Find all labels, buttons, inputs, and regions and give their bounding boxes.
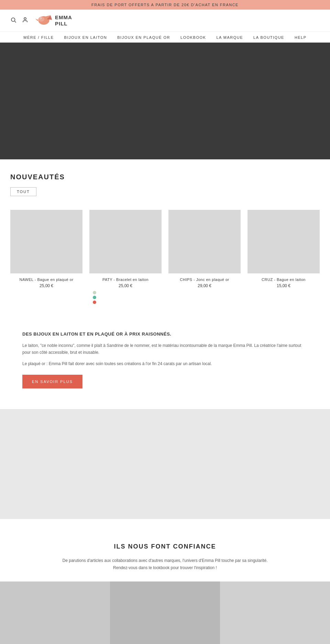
product-name: NAWEL - Bague en plaqué or — [10, 278, 82, 282]
product-name: PATY - Bracelet en laiton — [89, 278, 162, 282]
lookbook-image-3[interactable] — [220, 581, 330, 644]
lookbook-image-1[interactable] — [0, 581, 110, 644]
svg-point-7 — [41, 18, 41, 19]
lookbook-image-area — [0, 409, 330, 519]
product-name: CRUZ - Bague en laiton — [248, 278, 320, 282]
logo[interactable]: EMMA PILL — [35, 14, 72, 27]
logo-bird-icon — [35, 14, 52, 27]
product-price: 25,00 € — [89, 283, 162, 288]
nav-bijoux-laiton[interactable]: BIJOUX EN LAITON — [64, 35, 107, 39]
svg-line-1 — [15, 21, 16, 23]
svg-point-4 — [38, 17, 44, 22]
product-image — [89, 210, 162, 273]
product-card[interactable]: CRUZ - Bague en laiton 15,00 € — [248, 210, 320, 304]
product-image — [168, 210, 241, 273]
trust-title: ILS NOUS FONT CONFIANCE — [10, 543, 320, 550]
color-dot[interactable] — [93, 296, 96, 299]
logo-text: EMMA PILL — [55, 14, 72, 27]
svg-marker-5 — [35, 19, 38, 21]
search-icon[interactable] — [10, 17, 16, 24]
filter-tout-button[interactable]: TOUT — [10, 187, 36, 196]
color-dot[interactable] — [93, 291, 96, 294]
nav-bijoux-plaque-or[interactable]: BIJOUX EN PLAQUÉ OR — [117, 35, 170, 39]
product-price: 29,00 € — [168, 283, 241, 288]
nav-la-boutique[interactable]: LA BOUTIQUE — [253, 35, 284, 39]
en-savoir-plus-button[interactable]: EN SAVOIR PLUS — [22, 375, 82, 388]
header-icons — [10, 17, 28, 24]
nav-la-marque[interactable]: LA MARQUE — [216, 35, 243, 39]
info-section: DES BIJOUX EN LAITON ET EN PLAQUÉ OR À P… — [0, 314, 330, 402]
product-price: 25,00 € — [10, 283, 82, 288]
color-dot[interactable] — [93, 301, 96, 304]
product-price: 15,00 € — [248, 283, 320, 288]
product-name: CHIPS - Jonc en plaqué or — [168, 278, 241, 282]
product-image — [10, 210, 82, 273]
nouveautes-section: NOUVEAUTÉS TOUT — [0, 159, 330, 210]
product-image — [248, 210, 320, 273]
info-paragraph-1: Le laiton, "ce noble inconnu", comme il … — [22, 342, 308, 356]
top-banner: FRAIS DE PORT OFFERTS A PARTIR DE 20€ D'… — [0, 0, 330, 10]
info-title: DES BIJOUX EN LAITON ET EN PLAQUÉ OR À P… — [22, 331, 308, 337]
nav-help[interactable]: HELP — [295, 35, 307, 39]
nav-lookbook[interactable]: LOOKBOOK — [180, 35, 206, 39]
header: EMMA PILL — [0, 10, 330, 32]
nav-mere-fille[interactable]: MÈRE / FILLE — [23, 35, 54, 39]
products-grid: NAWEL - Bague en plaqué or 25,00 € PATY … — [0, 210, 330, 314]
svg-point-0 — [11, 18, 15, 22]
banner-text: FRAIS DE PORT OFFERTS A PARTIR DE 20€ D'… — [91, 3, 239, 7]
nouveautes-title: NOUVEAUTÉS — [10, 173, 320, 181]
lookbook-images-row — [0, 581, 330, 644]
account-icon[interactable] — [22, 17, 28, 24]
product-card[interactable]: CHIPS - Jonc en plaqué or 29,00 € — [168, 210, 241, 304]
svg-point-2 — [24, 18, 26, 20]
product-card[interactable]: NAWEL - Bague en plaqué or 25,00 € — [10, 210, 82, 304]
product-color-dots — [89, 291, 162, 304]
lookbook-image-2[interactable] — [110, 581, 220, 644]
trust-section: ILS NOUS FONT CONFIANCE De parutions d'a… — [0, 526, 330, 581]
main-navigation: MÈRE / FILLE BIJOUX EN LAITON BIJOUX EN … — [0, 32, 330, 43]
trust-text: De parutions d'articles aux collaboratio… — [62, 557, 268, 571]
product-card[interactable]: PATY - Bracelet en laiton 25,00 € — [89, 210, 162, 304]
hero-image — [0, 43, 330, 159]
info-paragraph-2: Le plaqué or : Emma Pill fait dorer avec… — [22, 360, 308, 367]
